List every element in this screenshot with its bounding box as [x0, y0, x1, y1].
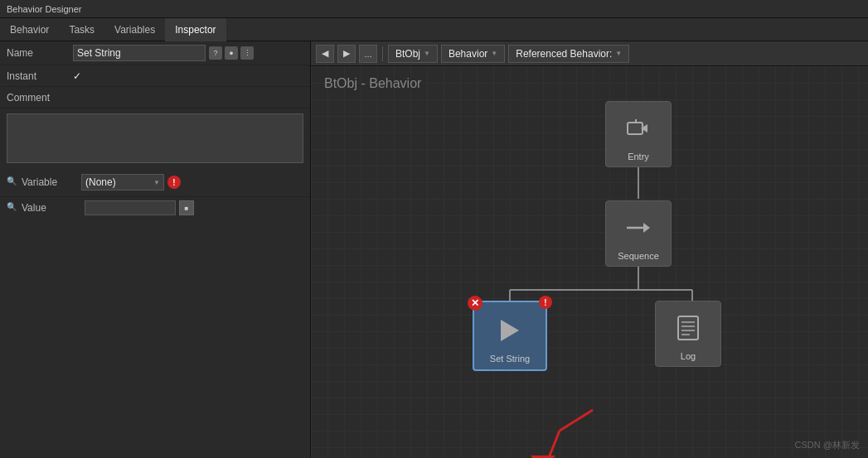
comment-textarea[interactable] — [7, 113, 303, 163]
variable-section: 🔍 Variable (None) ▼ ! — [0, 168, 310, 197]
svg-line-6 — [543, 431, 560, 458]
svg-rect-14 — [678, 316, 698, 340]
menu-icon-btn[interactable]: ⋮ — [240, 46, 254, 60]
variable-row: 🔍 Variable (None) ▼ ! — [7, 171, 303, 193]
svg-marker-13 — [501, 320, 519, 341]
connectors-svg — [311, 66, 868, 458]
tab-behavior[interactable]: Behavior — [0, 18, 59, 41]
log-node-label: Log — [681, 351, 696, 361]
behavior-dropdown[interactable]: Behavior ▼ — [441, 45, 505, 63]
setstring-cancel-icon: ✕ — [468, 296, 482, 311]
setstring-node-icon — [488, 309, 531, 352]
behavior-dropdown-arrow: ▼ — [491, 50, 497, 57]
referenced-behavior-label: Referenced Behavior: — [516, 48, 612, 60]
sequence-node-icon — [617, 206, 660, 249]
instant-value: ✓ — [73, 70, 81, 82]
log-node[interactable]: Log — [655, 301, 721, 367]
referenced-behavior-arrow: ▼ — [615, 50, 622, 57]
value-menu-btn[interactable]: ■ — [179, 200, 194, 215]
svg-marker-12 — [643, 223, 650, 233]
value-row: 🔍 Value ■ — [0, 197, 310, 219]
value-input[interactable] — [85, 200, 176, 215]
value-search-icon: 🔍 — [7, 202, 18, 214]
title-bar: Behavior Designer — [0, 0, 868, 18]
forward-button[interactable]: ▶ — [337, 45, 356, 63]
instant-row: Instant ✓ — [0, 65, 310, 87]
entry-node[interactable]: Entry — [605, 101, 672, 167]
name-row: Name ? ● ⋮ — [0, 41, 310, 65]
setstring-node-label: Set String — [490, 354, 530, 364]
variable-dropdown-value: (None) — [85, 176, 116, 188]
setstring-error-badge: ! — [539, 296, 552, 309]
gameobject-label: BtObj — [395, 48, 420, 60]
comment-label: Comment — [7, 92, 73, 104]
more-button[interactable]: ... — [359, 45, 377, 63]
variable-label: Variable — [22, 176, 81, 188]
comment-row: Comment — [0, 87, 310, 108]
log-node-icon — [667, 306, 710, 350]
canvas-area[interactable]: BtObj - Behavior — [311, 66, 868, 458]
entry-node-label: Entry — [628, 152, 649, 162]
watermark: CSDN @林新发 — [795, 439, 860, 451]
behavior-label: Behavior — [449, 48, 487, 60]
title-bar-text: Behavior Designer — [7, 4, 82, 14]
toolbar-separator-1 — [382, 46, 383, 61]
back-button[interactable]: ◀ — [316, 45, 334, 63]
main-layout: Name ? ● ⋮ Instant ✓ Comment 🔍 Variable … — [0, 41, 868, 458]
sequence-node[interactable]: Sequence — [605, 200, 672, 267]
tab-bar: Behavior Tasks Variables Inspector — [0, 18, 868, 41]
referenced-behavior-dropdown[interactable]: Referenced Behavior: ▼ — [508, 45, 629, 63]
gameobject-dropdown-arrow: ▼ — [424, 50, 430, 57]
name-input[interactable] — [73, 45, 206, 61]
setstring-node[interactable]: ✕ ! Set String — [473, 301, 547, 371]
entry-node-icon — [617, 107, 660, 150]
canvas-toolbar: ◀ ▶ ... BtObj ▼ Behavior ▼ Referenced Be… — [311, 41, 868, 66]
svg-line-7 — [560, 410, 593, 431]
tab-tasks[interactable]: Tasks — [59, 18, 104, 41]
canvas-panel: ◀ ▶ ... BtObj ▼ Behavior ▼ Referenced Be… — [311, 41, 868, 458]
variable-error-badge: ! — [167, 176, 181, 189]
instant-label: Instant — [7, 70, 73, 82]
tab-inspector[interactable]: Inspector — [165, 18, 225, 41]
gameobject-dropdown[interactable]: BtObj ▼ — [388, 45, 438, 63]
variable-search-icon: 🔍 — [7, 176, 18, 188]
dropdown-arrow-icon: ▼ — [153, 179, 160, 186]
canvas-title: BtObj - Behavior — [324, 76, 421, 91]
variable-dropdown[interactable]: (None) ▼ — [81, 174, 164, 190]
svg-rect-8 — [628, 123, 643, 134]
question-icon-btn[interactable]: ? — [209, 46, 222, 60]
inspector-icon-group: ? ● ⋮ — [209, 46, 254, 60]
inspector-panel: Name ? ● ⋮ Instant ✓ Comment 🔍 Variable … — [0, 41, 311, 458]
sequence-node-label: Sequence — [618, 251, 659, 261]
name-label: Name — [7, 47, 73, 59]
value-label: Value — [22, 202, 81, 214]
tab-variables[interactable]: Variables — [104, 18, 165, 41]
info-icon-btn[interactable]: ● — [225, 46, 238, 60]
